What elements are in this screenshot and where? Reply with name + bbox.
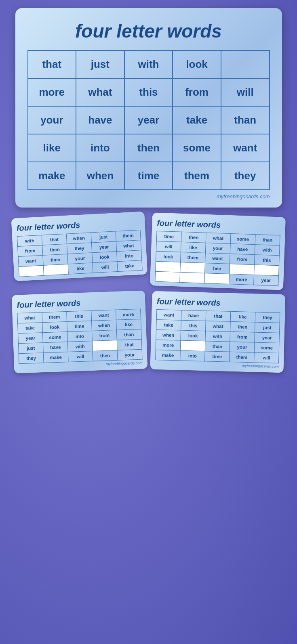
bingo-cell: year: [124, 106, 173, 134]
bingo-cell: [254, 265, 279, 276]
bingo-cell: this: [124, 78, 173, 106]
bingo-cell: just: [18, 343, 43, 354]
bingo-cell: look: [156, 251, 181, 262]
card-wrapper-2: four letter words timethenwhatsomethanwi…: [150, 212, 285, 290]
bingo-cell: with: [17, 235, 42, 246]
bingo-cell: want: [18, 255, 43, 266]
main-bingo-grid: thatjustwithlookmorewhatthisfromwillyour…: [27, 50, 270, 190]
bingo-cell: take: [156, 320, 181, 331]
bingo-cell: your: [117, 349, 142, 360]
bingo-cell: what: [116, 240, 141, 252]
bingo-cell: what: [17, 313, 42, 323]
small-card-2: four letter words timethenwhatsomethanwi…: [150, 212, 285, 290]
bingo-cell: look: [180, 330, 205, 341]
bingo-cell: will: [93, 262, 118, 273]
bingo-cell: take: [17, 323, 42, 334]
bingo-cell: [179, 272, 204, 283]
card4-title: four letter words: [156, 297, 280, 309]
bingo-cell: from: [92, 330, 117, 341]
bingo-cell: from: [230, 331, 255, 342]
bingo-cell: with: [205, 331, 230, 342]
bingo-cell: more: [229, 274, 254, 285]
bingo-cell: what: [76, 78, 124, 106]
bingo-cell: than: [255, 235, 280, 245]
bingo-cell: then: [230, 321, 255, 332]
card4-grid: wanthavethatliketheytakethiswhatthenjust…: [155, 309, 280, 363]
bingo-cell: [43, 264, 68, 275]
bingo-cell: look: [42, 322, 67, 333]
bingo-cell: than: [205, 341, 230, 352]
main-bingo-card: four letter words thatjustwithlookmorewh…: [15, 8, 282, 208]
bingo-cell: them: [180, 252, 205, 263]
bingo-cell: like: [230, 311, 255, 322]
bingo-cell: have: [76, 106, 124, 134]
card3-grid: whatthemthiswantmoretakelooktimewhenlike…: [17, 309, 142, 364]
bingo-cell: that: [42, 234, 67, 245]
bingo-cell: look: [92, 252, 117, 263]
bingo-cell: this: [181, 320, 206, 331]
bingo-cell: have: [43, 342, 68, 353]
bingo-cell: with: [67, 341, 93, 352]
bingo-cell: your: [67, 253, 92, 264]
bingo-cell: some: [230, 234, 255, 245]
bingo-cell: from: [17, 245, 42, 256]
main-card-title: four letter words: [27, 20, 270, 42]
bingo-cell: make: [43, 352, 68, 363]
bingo-cell: like: [28, 134, 76, 162]
card3-title: four letter words: [17, 296, 141, 310]
bingo-cell: then: [181, 232, 206, 243]
bingo-cell: [204, 273, 229, 284]
bingo-cell: like: [116, 319, 141, 330]
bingo-cell: with: [255, 245, 280, 256]
small-card-1: four letter words withthatwhenjustthemfr…: [11, 211, 147, 281]
bingo-cell: [155, 261, 180, 272]
bingo-cell: have: [230, 244, 255, 255]
bingo-cell: [155, 271, 180, 282]
bingo-cell: time: [42, 254, 67, 265]
bingo-cell: more: [116, 309, 141, 320]
card2-title: four letter words: [156, 218, 280, 232]
bingo-cell: into: [180, 350, 205, 361]
bingo-cell: [180, 262, 205, 273]
bingo-cell: year: [18, 333, 43, 344]
bingo-cell: time: [156, 231, 181, 242]
card-wrapper-3: four letter words whatthemthiswantmoreta…: [11, 290, 147, 373]
bingo-cell: that: [28, 50, 76, 78]
bingo-cell: will: [254, 352, 279, 363]
bingo-cell: just: [255, 322, 280, 333]
small-cards-row: four letter words withthatwhenjustthemfr…: [7, 215, 290, 371]
bingo-cell: want: [221, 134, 270, 162]
bingo-cell: than: [116, 329, 141, 340]
card-wrapper-4: four letter words wanthavethatliketheyta…: [150, 291, 285, 373]
bingo-cell: what: [205, 321, 230, 332]
bingo-cell: [180, 340, 205, 351]
bingo-cell: have: [181, 310, 206, 321]
bingo-cell: will: [156, 241, 181, 252]
bingo-cell: take: [173, 106, 221, 134]
card-wrapper-1: four letter words withthatwhenjustthemfr…: [11, 211, 148, 291]
bingo-cell: when: [66, 233, 91, 244]
bingo-cell: your: [230, 342, 255, 352]
bingo-cell: when: [91, 320, 116, 331]
bingo-cell: this: [254, 255, 279, 266]
bingo-cell: like: [181, 242, 206, 253]
bingo-cell: then: [124, 134, 173, 162]
bingo-cell: want: [156, 310, 181, 321]
bingo-cell: year: [254, 332, 279, 343]
bingo-cell: them: [42, 312, 67, 323]
bingo-cell: they: [221, 162, 270, 190]
bingo-cell: some: [254, 342, 279, 353]
main-website-label: myfreebingocards.com: [27, 193, 270, 199]
bingo-cell: from: [173, 78, 221, 106]
bingo-cell: hen: [204, 263, 230, 274]
bingo-cell: more: [28, 78, 76, 106]
bingo-cell: than: [221, 106, 270, 134]
bingo-cell: into: [67, 331, 92, 342]
bingo-cell: [19, 265, 44, 277]
bingo-cell: time: [67, 321, 92, 331]
bingo-cell: some: [173, 134, 221, 162]
bingo-cell: them: [173, 162, 221, 190]
bingo-cell: then: [42, 244, 67, 255]
bingo-cell: [229, 264, 254, 275]
bingo-cell: just: [91, 231, 116, 243]
